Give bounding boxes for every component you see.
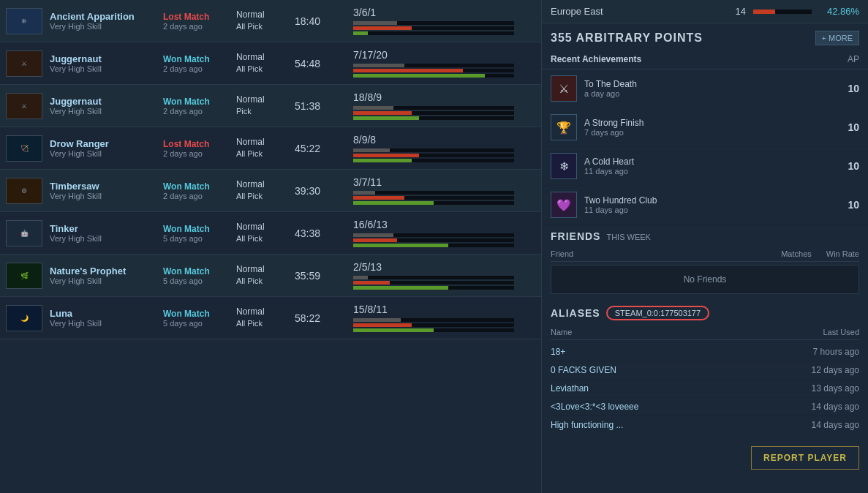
match-row[interactable]: ❄ Ancient Apparition Very High Skill Los… [0,0,541,42]
match-row[interactable]: 🏹 Drow Ranger Very High Skill Lost Match… [0,127,541,170]
match-result: Lost Match 2 days ago [163,139,236,158]
server-row: Europe East 14 42.86% [542,0,868,23]
mode-sub: All Pick [236,318,295,329]
match-kda-section: 16/6/13 [353,219,535,247]
bar-fill-1 [353,148,390,152]
hero-avatar: 🤖 [6,220,42,246]
match-result: Won Match 2 days ago [163,181,236,200]
bar-fill-3 [353,286,448,290]
achievement-time: 11 days ago [584,206,848,214]
bar-container-3 [353,201,514,205]
hero-info: Juggernaut Very High Skill [50,53,163,73]
bar-fill-3 [353,201,434,205]
col-friend: Friend [551,249,573,258]
aliases-list: 18+ 7 hours ago 0 FACKS GIVEN 12 days ag… [551,343,859,434]
match-row[interactable]: ⚔ Juggernaut Very High Skill Won Match 2… [0,85,541,127]
col-name: Name [551,328,572,336]
match-time: 2 days ago [163,149,236,158]
hero-name: Juggernaut [50,53,163,64]
hero-avatar: ❄ [6,8,42,34]
hero-info: Juggernaut Very High Skill [50,96,163,116]
achievement-info: A Strong Finish 7 days ago [584,118,848,137]
bar-container-1 [353,191,514,195]
bar-fill-3 [353,31,368,35]
achievement-row: 🏆 A Strong Finish 7 days ago 10 [542,108,868,147]
hero-name: Drow Ranger [50,138,163,149]
bar-fill-2 [353,196,404,200]
match-result: Won Match 2 days ago [163,97,236,116]
achievement-time: 11 days ago [584,167,848,176]
result-label: Won Match [163,97,236,107]
server-name: Europe East [551,6,717,17]
kda-bars [353,318,535,332]
hero-avatar: ⚔ [6,93,42,119]
hero-avatar: ⚔ [6,50,42,77]
match-row[interactable]: ⚔ Juggernaut Very High Skill Won Match 2… [0,42,541,85]
match-mode: Normal All Pick [236,136,295,159]
hero-name: Timbersaw [50,181,163,192]
match-row[interactable]: 🌿 Nature's Prophet Very High Skill Won M… [0,255,541,297]
match-kda-section: 2/5/13 [353,261,535,290]
server-bar-fill [753,10,775,14]
mode-sub: All Pick [236,64,295,75]
match-row[interactable]: 🤖 Tinker Very High Skill Won Match 5 day… [0,212,541,255]
mode-type: Normal [236,9,295,21]
achievement-icon: ❄ [551,153,577,179]
mode-sub: All Pick [236,276,295,287]
bar-container-2 [353,238,514,242]
server-bar [753,10,812,14]
mode-type: Normal [236,263,295,276]
bar-container-1 [353,318,514,322]
result-label: Won Match [163,266,236,276]
alias-name: 0 FACKS GIVEN [551,365,616,375]
match-kda-section: 8/9/8 [353,134,535,162]
alias-row: 0 FACKS GIVEN 12 days ago [551,361,859,380]
achievement-time: a day ago [584,89,848,98]
match-kda: 3/7/11 [353,176,535,188]
match-row[interactable]: 🌙 Luna Very High Skill Won Match 5 days … [0,297,541,339]
bar-fill-1 [353,21,397,25]
more-button[interactable]: + MORE [815,31,859,45]
bar-fill-2 [353,111,412,115]
hero-avatar: ⚙ [6,178,42,204]
match-time: 2 days ago [163,64,236,73]
hero-skill: Very High Skill [50,234,163,243]
achievement-icon: 💜 [551,192,577,218]
match-row[interactable]: ⚙ Timbersaw Very High Skill Won Match 2 … [0,170,541,212]
ap-label: AP [848,54,859,64]
kda-bars [353,191,535,205]
mode-type: Normal [236,178,295,191]
match-mode: Normal Pick [236,94,295,117]
achievement-info: To The Death a day ago [584,79,848,98]
bar-container-3 [353,116,514,120]
hero-skill: Very High Skill [50,22,163,31]
bar-fill-2 [353,238,397,242]
bar-container-1 [353,148,514,152]
report-button[interactable]: REPORT PLAYER [751,446,859,470]
bar-fill-3 [353,244,448,247]
friends-title: FRIENDS [551,230,600,242]
bar-container-3 [353,244,514,247]
hero-info: Tinker Very High Skill [50,223,163,243]
hero-skill: Very High Skill [50,149,163,158]
points-section-header: 355 ARBITRARY POINTS + MORE [542,23,868,50]
match-kda: 16/6/13 [353,219,535,230]
bar-container-2 [353,323,514,327]
bar-container-2 [353,111,514,115]
match-kda: 7/17/20 [353,49,535,61]
match-time: 2 days ago [163,107,236,116]
bar-fill-3 [353,159,412,162]
achievement-time: 7 days ago [584,128,848,137]
kda-bars [353,148,535,162]
alias-name: Leviathan [551,383,589,394]
hero-info: Timbersaw Very High Skill [50,181,163,200]
hero-name: Tinker [50,223,163,234]
match-kda: 8/9/8 [353,134,535,146]
alias-time: 14 days ago [812,420,859,430]
hero-skill: Very High Skill [50,64,163,73]
hero-info: Nature's Prophet Very High Skill [50,266,163,285]
col-winrate: Win Rate [826,249,859,258]
achievement-row: 💜 Two Hundred Club 11 days ago 10 [542,186,868,225]
bar-fill-3 [353,328,434,332]
achievement-points: 10 [848,160,859,172]
